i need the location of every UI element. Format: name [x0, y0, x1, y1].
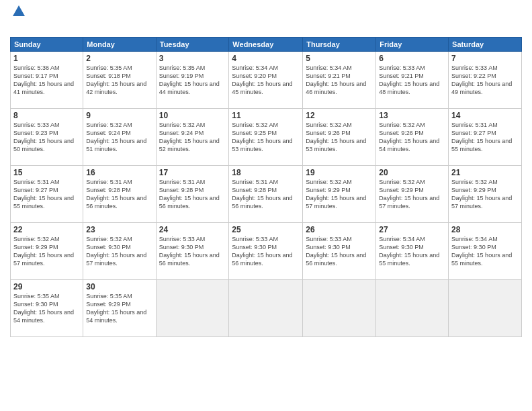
day-10: 10 Sunrise: 5:32 AM Sunset: 9:24 PM Dayl…	[156, 109, 229, 166]
day-number: 25	[232, 225, 300, 234]
col-thursday: Thursday	[303, 38, 376, 52]
day-7: 7 Sunrise: 5:33 AM Sunset: 9:22 PM Dayli…	[449, 52, 522, 109]
day-info: Sunrise: 5:31 AM Sunset: 9:28 PM Dayligh…	[159, 178, 226, 211]
day-number: 1	[13, 54, 80, 63]
empty-cell	[156, 280, 229, 337]
col-tuesday: Tuesday	[156, 38, 229, 52]
day-11: 11 Sunrise: 5:32 AM Sunset: 9:25 PM Dayl…	[229, 109, 303, 166]
day-19: 19 Sunrise: 5:32 AM Sunset: 9:29 PM Dayl…	[303, 166, 376, 223]
day-info: Sunrise: 5:35 AM Sunset: 9:30 PM Dayligh…	[13, 292, 80, 325]
day-info: Sunrise: 5:31 AM Sunset: 9:27 PM Dayligh…	[451, 121, 519, 154]
day-number: 24	[159, 225, 226, 234]
day-number: 2	[86, 54, 152, 63]
week-row-4: 22 Sunrise: 5:32 AM Sunset: 9:29 PM Dayl…	[11, 223, 522, 280]
day-number: 3	[159, 54, 226, 63]
day-info: Sunrise: 5:33 AM Sunset: 9:30 PM Dayligh…	[306, 235, 373, 268]
week-row-2: 8 Sunrise: 5:33 AM Sunset: 9:23 PM Dayli…	[11, 109, 522, 166]
empty-cell	[303, 280, 376, 337]
day-info: Sunrise: 5:31 AM Sunset: 9:28 PM Dayligh…	[86, 178, 152, 211]
day-number: 15	[13, 168, 80, 177]
week-row-3: 15 Sunrise: 5:31 AM Sunset: 9:27 PM Dayl…	[11, 166, 522, 223]
day-24: 24 Sunrise: 5:33 AM Sunset: 9:30 PM Dayl…	[156, 223, 229, 280]
empty-cell	[229, 280, 303, 337]
svg-marker-0	[13, 5, 25, 16]
day-number: 29	[13, 282, 80, 291]
day-number: 4	[232, 54, 300, 63]
day-number: 14	[451, 111, 519, 120]
day-13: 13 Sunrise: 5:32 AM Sunset: 9:26 PM Dayl…	[376, 109, 449, 166]
day-number: 22	[13, 225, 80, 234]
week-row-5: 29 Sunrise: 5:35 AM Sunset: 9:30 PM Dayl…	[11, 280, 522, 337]
day-info: Sunrise: 5:34 AM Sunset: 9:30 PM Dayligh…	[379, 235, 445, 268]
day-20: 20 Sunrise: 5:32 AM Sunset: 9:29 PM Dayl…	[376, 166, 449, 223]
calendar: Sunday Monday Tuesday Wednesday Thursday…	[10, 37, 522, 337]
col-wednesday: Wednesday	[229, 38, 303, 52]
col-sunday: Sunday	[11, 38, 83, 52]
day-number: 17	[159, 168, 226, 177]
day-number: 13	[379, 111, 445, 120]
day-30: 30 Sunrise: 5:35 AM Sunset: 9:29 PM Dayl…	[83, 280, 156, 337]
day-2: 2 Sunrise: 5:35 AM Sunset: 9:18 PM Dayli…	[83, 52, 156, 109]
day-info: Sunrise: 5:35 AM Sunset: 9:18 PM Dayligh…	[86, 64, 152, 97]
day-26: 26 Sunrise: 5:33 AM Sunset: 9:30 PM Dayl…	[303, 223, 376, 280]
day-21: 21 Sunrise: 5:32 AM Sunset: 9:29 PM Dayl…	[449, 166, 522, 223]
day-18: 18 Sunrise: 5:31 AM Sunset: 9:28 PM Dayl…	[229, 166, 303, 223]
day-number: 12	[306, 111, 373, 120]
empty-cell	[449, 280, 522, 337]
day-info: Sunrise: 5:34 AM Sunset: 9:20 PM Dayligh…	[232, 64, 300, 97]
col-saturday: Saturday	[449, 38, 522, 52]
day-9: 9 Sunrise: 5:32 AM Sunset: 9:24 PM Dayli…	[83, 109, 156, 166]
day-14: 14 Sunrise: 5:31 AM Sunset: 9:27 PM Dayl…	[449, 109, 522, 166]
day-info: Sunrise: 5:35 AM Sunset: 9:29 PM Dayligh…	[86, 292, 152, 325]
day-info: Sunrise: 5:35 AM Sunset: 9:19 PM Dayligh…	[159, 64, 226, 97]
day-info: Sunrise: 5:32 AM Sunset: 9:29 PM Dayligh…	[451, 178, 519, 211]
col-monday: Monday	[83, 38, 156, 52]
day-info: Sunrise: 5:33 AM Sunset: 9:23 PM Dayligh…	[13, 121, 80, 154]
day-info: Sunrise: 5:31 AM Sunset: 9:27 PM Dayligh…	[13, 178, 80, 211]
day-number: 10	[159, 111, 226, 120]
day-number: 26	[306, 225, 373, 234]
day-number: 28	[451, 225, 519, 234]
day-info: Sunrise: 5:32 AM Sunset: 9:30 PM Dayligh…	[86, 235, 152, 268]
day-27: 27 Sunrise: 5:34 AM Sunset: 9:30 PM Dayl…	[376, 223, 449, 280]
day-info: Sunrise: 5:33 AM Sunset: 9:21 PM Dayligh…	[379, 64, 445, 97]
day-info: Sunrise: 5:33 AM Sunset: 9:22 PM Dayligh…	[451, 64, 519, 97]
day-info: Sunrise: 5:33 AM Sunset: 9:30 PM Dayligh…	[159, 235, 226, 268]
day-number: 11	[232, 111, 300, 120]
day-17: 17 Sunrise: 5:31 AM Sunset: 9:28 PM Dayl…	[156, 166, 229, 223]
day-number: 5	[306, 54, 373, 63]
day-info: Sunrise: 5:34 AM Sunset: 9:30 PM Dayligh…	[451, 235, 519, 268]
day-number: 6	[379, 54, 445, 63]
day-15: 15 Sunrise: 5:31 AM Sunset: 9:27 PM Dayl…	[11, 166, 83, 223]
day-6: 6 Sunrise: 5:33 AM Sunset: 9:21 PM Dayli…	[376, 52, 449, 109]
day-number: 19	[306, 168, 373, 177]
day-1: 1 Sunrise: 5:36 AM Sunset: 9:17 PM Dayli…	[11, 52, 83, 109]
day-info: Sunrise: 5:32 AM Sunset: 9:26 PM Dayligh…	[379, 121, 445, 154]
week-row-1: 1 Sunrise: 5:36 AM Sunset: 9:17 PM Dayli…	[11, 52, 522, 109]
day-number: 8	[13, 111, 80, 120]
day-23: 23 Sunrise: 5:32 AM Sunset: 9:30 PM Dayl…	[83, 223, 156, 280]
logo	[10, 7, 26, 33]
day-4: 4 Sunrise: 5:34 AM Sunset: 9:20 PM Dayli…	[229, 52, 303, 109]
day-25: 25 Sunrise: 5:33 AM Sunset: 9:30 PM Dayl…	[229, 223, 303, 280]
day-info: Sunrise: 5:34 AM Sunset: 9:21 PM Dayligh…	[306, 64, 373, 97]
day-number: 23	[86, 225, 152, 234]
header	[10, 7, 522, 33]
day-info: Sunrise: 5:36 AM Sunset: 9:17 PM Dayligh…	[13, 64, 80, 97]
header-row: Sunday Monday Tuesday Wednesday Thursday…	[11, 38, 522, 52]
day-number: 27	[379, 225, 445, 234]
day-28: 28 Sunrise: 5:34 AM Sunset: 9:30 PM Dayl…	[449, 223, 522, 280]
logo-icon	[11, 4, 26, 19]
day-number: 9	[86, 111, 152, 120]
day-number: 20	[379, 168, 445, 177]
day-info: Sunrise: 5:32 AM Sunset: 9:29 PM Dayligh…	[306, 178, 373, 211]
day-info: Sunrise: 5:32 AM Sunset: 9:29 PM Dayligh…	[13, 235, 80, 268]
day-number: 30	[86, 282, 152, 291]
day-info: Sunrise: 5:32 AM Sunset: 9:29 PM Dayligh…	[379, 178, 445, 211]
day-info: Sunrise: 5:32 AM Sunset: 9:26 PM Dayligh…	[306, 121, 373, 154]
day-info: Sunrise: 5:32 AM Sunset: 9:25 PM Dayligh…	[232, 121, 300, 154]
col-friday: Friday	[376, 38, 449, 52]
day-29: 29 Sunrise: 5:35 AM Sunset: 9:30 PM Dayl…	[11, 280, 83, 337]
day-info: Sunrise: 5:33 AM Sunset: 9:30 PM Dayligh…	[232, 235, 300, 268]
day-number: 7	[451, 54, 519, 63]
